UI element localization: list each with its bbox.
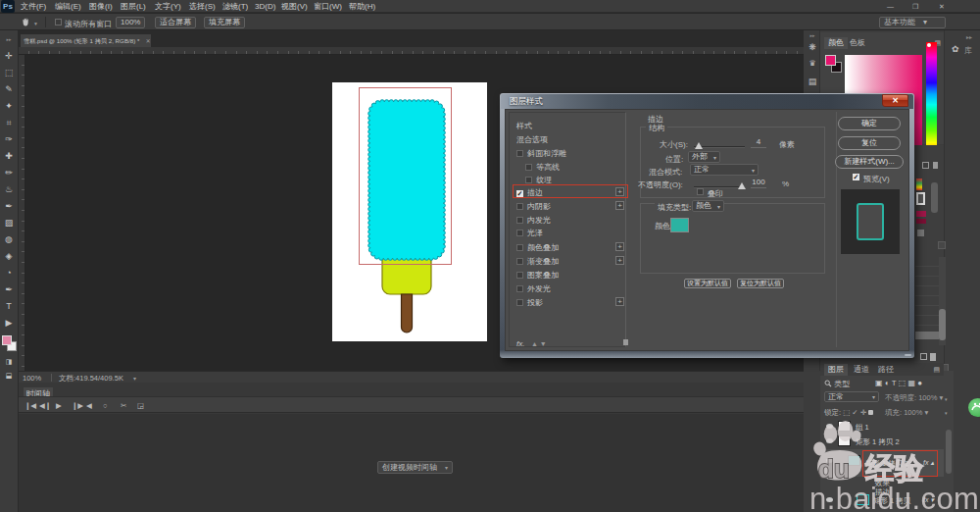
svg-text:du: du bbox=[818, 454, 850, 484]
